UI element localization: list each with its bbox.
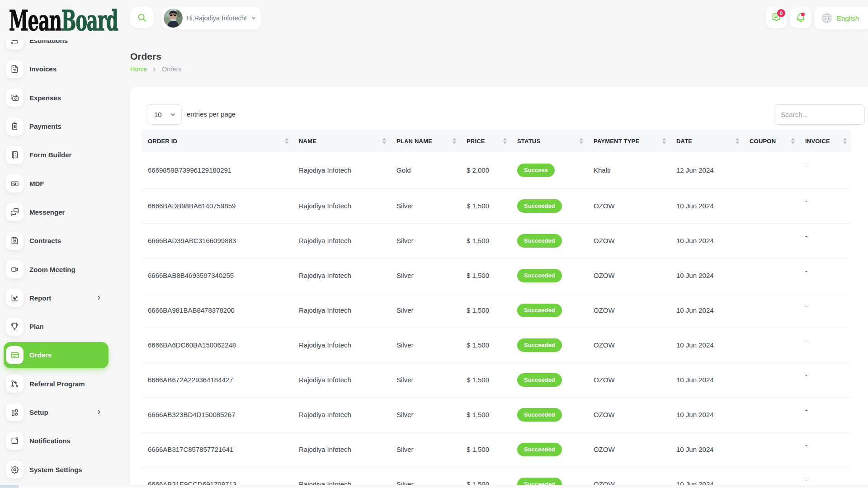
cell-invoice: - (799, 328, 851, 362)
price-value: $ 2,000 (467, 166, 489, 174)
sidebar-item-contracts[interactable]: Contracts (4, 226, 108, 255)
sidebar-item-referral-program[interactable]: Referral Program (4, 370, 108, 398)
column-header-label: PRICE (467, 138, 485, 145)
sidebar-item-label: Payments (29, 122, 61, 130)
price-value: $ 1,500 (467, 272, 489, 279)
sidebar-item-label: Report (29, 294, 51, 302)
sidebar-item-mdf[interactable]: MDF (4, 169, 108, 197)
column-header-status[interactable]: STATUS (511, 130, 587, 152)
column-header-coupon[interactable]: COUPON (743, 130, 799, 152)
column-header-label: PLAN NAME (396, 138, 432, 145)
name-value: Rajodiya Infotech (299, 237, 351, 244)
column-header-label: PAYMENT TYPE (594, 138, 639, 145)
sidebar-item-label: MDF (29, 180, 44, 188)
sidebar-item-payments[interactable]: Payments (4, 112, 108, 141)
status-badge: Succeeded (517, 269, 562, 282)
column-header-price[interactable]: PRICE (460, 130, 511, 152)
messages-button[interactable]: 0 (766, 7, 787, 28)
column-header-label: COUPON (750, 138, 776, 145)
notifications-button[interactable] (790, 7, 811, 28)
table-row: 6666BAD39ABC3166099883Rajodiya InfotechS… (142, 223, 851, 258)
plan-value: Silver (396, 237, 414, 244)
cell-plan: Silver (390, 258, 460, 293)
cell-coupon (743, 223, 799, 258)
cell-invoice: - (799, 188, 851, 223)
sidebar-item-label: Messenger (29, 208, 65, 216)
cell-name: Rajodiya Infotech (292, 188, 390, 223)
cell-invoice: - (799, 362, 851, 397)
horizontal-scrollbar[interactable] (0, 485, 868, 488)
name-value: Rajodiya Infotech (299, 341, 351, 349)
payment-value: OZOW (594, 202, 615, 210)
table-body: 6669858B73996129180291Rajodiya InfotechG… (142, 152, 851, 488)
column-header-label: NAME (299, 138, 316, 145)
column-header-payment-type[interactable]: PAYMENT TYPE (587, 130, 670, 152)
horizontal-scrollbar-thumb[interactable] (0, 485, 19, 488)
breadcrumb-home-link[interactable]: Home (130, 66, 147, 73)
table-row: 6669858B73996129180291Rajodiya InfotechG… (142, 152, 851, 188)
sort-icon (791, 138, 795, 144)
chevron-down-icon (250, 15, 257, 21)
sidebar-item-plan[interactable]: Plan (4, 312, 108, 341)
cell-plan: Silver (390, 397, 460, 432)
cell-coupon (743, 188, 799, 223)
sidebar-item-setup[interactable]: Setup (4, 398, 108, 427)
cell-payment: OZOW (587, 397, 670, 432)
plan-value: Silver (396, 272, 414, 279)
price-value: $ 1,500 (467, 341, 489, 349)
cell-plan: Silver (390, 362, 460, 397)
cell-coupon (743, 258, 799, 293)
sidebar-item-label: Estimations (29, 40, 68, 44)
sidebar-item-invoices[interactable]: Invoices (4, 55, 108, 83)
cell-plan: Silver (390, 328, 460, 362)
cell-price: $ 1,500 (460, 223, 511, 258)
column-header-date[interactable]: DATE (670, 130, 743, 152)
sidebar-item-zoom-meeting[interactable]: Zoom Meeting (4, 255, 108, 283)
order_id-value: 6669858B73996129180291 (148, 166, 231, 174)
payment-value: OZOW (594, 341, 615, 349)
cell-name: Rajodiya Infotech (292, 152, 390, 188)
cell-date: 10 Jun 2024 (670, 223, 743, 258)
date-value: 10 Jun 2024 (676, 376, 714, 384)
table-row: 6666AB323BD4D150085267Rajodiya InfotechS… (142, 397, 851, 432)
sidebar-item-system-settings[interactable]: System Settings (4, 455, 108, 483)
name-value: Rajodiya Infotech (299, 306, 351, 314)
sidebar-item-expenses[interactable]: Expenses (4, 84, 108, 112)
plan-value: Silver (396, 446, 414, 453)
app-logo[interactable]: MeanBoard (9, 9, 118, 33)
sidebar-item-form-builder[interactable]: Form Builder (4, 141, 108, 169)
language-selector[interactable]: English (815, 7, 868, 29)
order_id-value: 6666BA6DC60BA150062248 (148, 341, 236, 349)
column-header-name[interactable]: NAME (292, 130, 390, 152)
user-menu[interactable]: Hi,Rajodiya Infotech! (162, 7, 261, 29)
invoice-icon (6, 60, 24, 78)
sidebar-item-messenger[interactable]: Messenger (4, 198, 108, 226)
cell-plan: Silver (390, 432, 460, 467)
sidebar-item-notifications[interactable]: Notifications (4, 427, 108, 455)
cell-order_id: 6666AB317C857857721641 (142, 432, 292, 467)
clipboard-dollar-icon (6, 117, 24, 136)
breadcrumb: Home Orders (130, 66, 181, 73)
cell-payment: OZOW (587, 188, 670, 223)
plan-value: Silver (396, 411, 414, 418)
message-count-badge: 0 (777, 9, 785, 17)
column-header-label: DATE (676, 138, 692, 145)
cell-name: Rajodiya Infotech (292, 258, 390, 293)
invoice-value: - (805, 267, 807, 275)
entries-per-page-select[interactable]: 10 (147, 104, 182, 125)
invoice-value: - (805, 197, 807, 205)
topbar-search-button[interactable] (130, 7, 154, 28)
column-header-plan-name[interactable]: PLAN NAME (390, 130, 460, 152)
date-value: 10 Jun 2024 (676, 446, 714, 453)
search-input[interactable] (774, 104, 865, 125)
sidebar-item-orders[interactable]: Orders (4, 342, 108, 368)
breadcrumb-separator-icon (151, 66, 157, 72)
table-row: 6666AB672A229364184427Rajodiya InfotechS… (142, 362, 851, 397)
column-header-invoice[interactable]: INVOICE (799, 130, 851, 152)
sidebar-item-report[interactable]: Report (4, 284, 108, 312)
sidebar-item-estimations[interactable]: Estimations (4, 40, 108, 55)
cell-date: 12 Jun 2024 (670, 152, 743, 188)
column-header-label: INVOICE (805, 138, 830, 145)
sidebar-item-label: Expenses (29, 94, 61, 102)
column-header-order-id[interactable]: ORDER ID (142, 130, 292, 152)
